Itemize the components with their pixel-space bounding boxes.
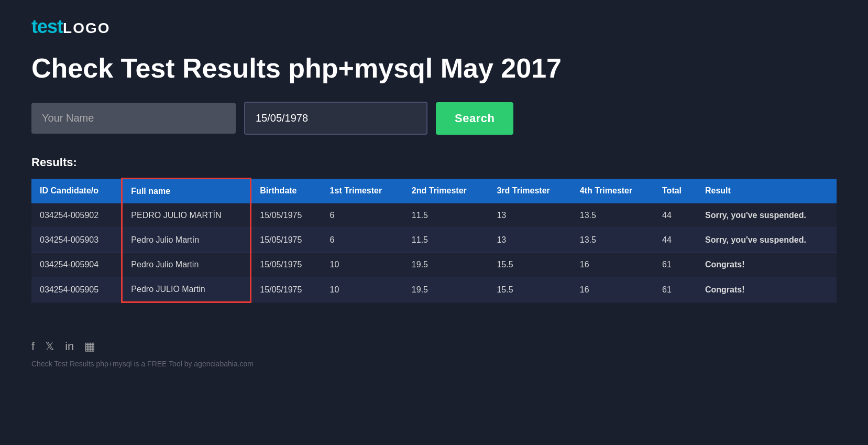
cell-t4: 13.5 [572,228,654,253]
cell-total: 61 [654,277,697,302]
cell-fullname: PEDRO JULIO MARTÍN [122,203,251,228]
cell-t1: 10 [322,253,403,277]
cell-result: Congrats! [697,253,837,277]
cell-id: 034254-005904 [31,253,122,277]
col-header-result: Result [697,179,837,204]
cell-t2: 19.5 [403,253,489,277]
table-row: 034254-005904 Pedro Julio Martin 15/05/1… [31,253,837,277]
cell-result: Congrats! [697,277,837,302]
search-button[interactable]: Search [436,102,513,135]
facebook-icon[interactable]: f [31,340,35,353]
col-header-fullname: Full name [122,179,251,204]
instagram-icon[interactable]: ▦ [84,340,95,353]
date-input[interactable] [244,102,427,135]
col-header-t1: 1st Trimester [322,179,403,204]
cell-result: Sorry, you've suspended. [697,203,837,228]
logo-test-part: test [31,16,63,37]
cell-t4: 16 [572,277,654,302]
cell-t3: 13 [488,228,571,253]
cell-t4: 13.5 [572,203,654,228]
logo: testLOGO [31,16,837,38]
cell-t4: 16 [572,253,654,277]
results-table: ID Candidate/o Full name Birthdate 1st T… [31,178,837,303]
col-header-t4: 4th Trimester [572,179,654,204]
col-header-t3: 3rd Trimester [488,179,571,204]
cell-birthdate: 15/05/1975 [251,203,322,228]
cell-t3: 15.5 [488,277,571,302]
cell-birthdate: 15/05/1975 [251,277,322,302]
cell-total: 44 [654,203,697,228]
social-icons: f 𝕏 in ▦ [31,340,837,353]
cell-t3: 15.5 [488,253,571,277]
table-row: 034254-005903 Pedro Julio Martín 15/05/1… [31,228,837,253]
cell-result: Sorry, you've suspended. [697,228,837,253]
cell-t2: 11.5 [403,228,489,253]
footer-text: Check Test Results php+mysql is a FREE T… [31,360,837,368]
footer: f 𝕏 in ▦ Check Test Results php+mysql is… [31,329,837,368]
cell-t1: 6 [322,203,403,228]
search-form: Search [31,102,837,135]
cell-id: 034254-005903 [31,228,122,253]
cell-fullname: Pedro Julio Martín [122,228,251,253]
results-label: Results: [31,156,837,169]
twitter-icon[interactable]: 𝕏 [45,340,54,353]
cell-t2: 19.5 [403,277,489,302]
cell-t3: 13 [488,203,571,228]
linkedin-icon[interactable]: in [65,340,74,353]
cell-fullname: Pedro JULIO Martin [122,277,251,302]
cell-id: 034254-005902 [31,203,122,228]
cell-birthdate: 15/05/1975 [251,228,322,253]
col-header-birthdate: Birthdate [251,179,322,204]
cell-birthdate: 15/05/1975 [251,253,322,277]
name-input[interactable] [31,103,236,134]
page-title: Check Test Results php+mysql May 2017 [31,53,837,83]
cell-id: 034254-005905 [31,277,122,302]
cell-t2: 11.5 [403,203,489,228]
table-row: 034254-005905 Pedro JULIO Martin 15/05/1… [31,277,837,302]
cell-t1: 6 [322,228,403,253]
logo-logo-part: LOGO [63,20,110,36]
cell-total: 44 [654,228,697,253]
col-header-total: Total [654,179,697,204]
col-header-t2: 2nd Trimester [403,179,489,204]
cell-t1: 10 [322,277,403,302]
cell-total: 61 [654,253,697,277]
table-row: 034254-005902 PEDRO JULIO MARTÍN 15/05/1… [31,203,837,228]
cell-fullname: Pedro Julio Martin [122,253,251,277]
col-header-id: ID Candidate/o [31,179,122,204]
